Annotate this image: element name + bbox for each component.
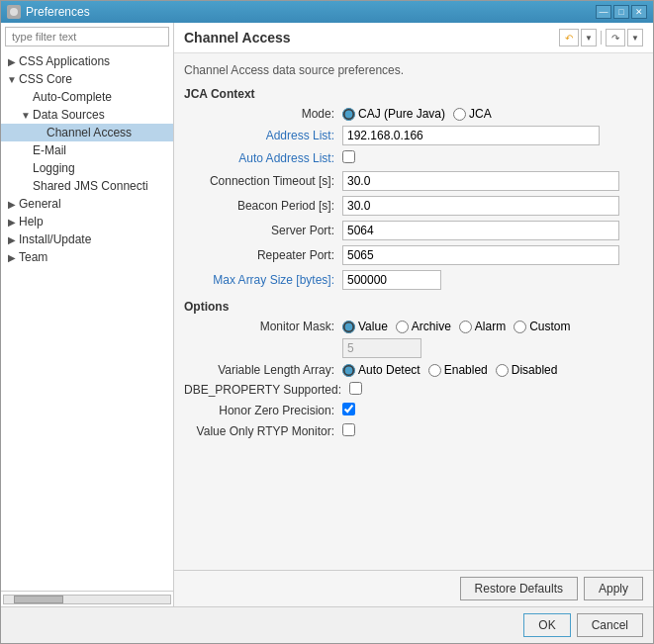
custom-value-row: [184, 338, 643, 358]
honor-zero-checkbox[interactable]: [342, 403, 355, 415]
sidebar-item-email[interactable]: E-Mail: [1, 141, 173, 159]
server-port-row: Server Port:: [184, 221, 643, 240]
main-body: Channel Access data source preferences. …: [174, 53, 653, 570]
connection-timeout-input[interactable]: [342, 171, 619, 191]
sidebar-item-label: Shared JMS Connecti: [33, 179, 169, 193]
max-array-label: Max Array Size [bytes]:: [184, 273, 342, 287]
sidebar-item-label: CSS Core: [19, 72, 169, 86]
maximize-button[interactable]: □: [613, 5, 629, 19]
address-list-label: Address List:: [184, 129, 342, 142]
toolbar: ↶ ▼ ↷ ▼: [559, 29, 643, 46]
monitor-custom-label: Custom: [529, 320, 570, 333]
tree-arrow: ▶: [5, 252, 19, 263]
address-list-input[interactable]: [342, 126, 600, 145]
sidebar-item-channel-access[interactable]: Channel Access: [1, 124, 173, 141]
monitor-value-radio[interactable]: [342, 321, 355, 333]
auto-address-checkbox[interactable]: [342, 150, 355, 163]
footer-buttons: OK Cancel: [523, 613, 643, 637]
monitor-mask-label: Monitor Mask:: [184, 320, 342, 333]
sidebar-item-label: E-Mail: [33, 143, 169, 157]
sidebar-item-help[interactable]: ▶ Help: [1, 213, 173, 230]
auto-address-control: [342, 150, 619, 166]
monitor-archive-label: Archive: [412, 320, 451, 333]
back-button[interactable]: ↶: [559, 29, 579, 46]
filter-input[interactable]: [5, 27, 169, 46]
sidebar-item-label: Channel Access: [47, 126, 169, 139]
variable-enabled-radio[interactable]: [428, 364, 441, 377]
close-button[interactable]: ✕: [631, 5, 647, 19]
mode-jca-option[interactable]: JCA: [453, 107, 492, 121]
sidebar-item-css-applications[interactable]: ▶ CSS Applications: [1, 52, 173, 70]
options-section: Options Monitor Mask: Value Archive: [184, 300, 643, 439]
mode-label: Mode:: [184, 107, 342, 121]
mode-jca-radio[interactable]: [453, 108, 466, 121]
monitor-value-option[interactable]: Value: [342, 320, 388, 333]
title-bar: Preferences — □ ✕: [1, 1, 653, 23]
sidebar-item-shared-jms[interactable]: Shared JMS Connecti: [1, 177, 173, 195]
monitor-alarm-option[interactable]: Alarm: [459, 320, 506, 333]
jca-context-title: JCA Context: [184, 87, 643, 101]
server-port-label: Server Port:: [184, 224, 342, 237]
value-only-label: Value Only RTYP Monitor:: [184, 424, 342, 438]
mode-caj-label: CAJ (Pure Java): [358, 107, 445, 121]
beacon-period-input[interactable]: [342, 196, 619, 216]
beacon-period-label: Beacon Period [s]:: [184, 199, 342, 213]
monitor-custom-radio[interactable]: [514, 321, 526, 333]
monitor-custom-option[interactable]: Custom: [514, 320, 570, 333]
sidebar-item-install-update[interactable]: ▶ Install/Update: [1, 230, 173, 248]
repeater-port-row: Repeater Port:: [184, 245, 643, 265]
honor-zero-label: Honor Zero Precision:: [184, 404, 342, 417]
dbe-property-control: [349, 382, 626, 398]
variable-enabled-label: Enabled: [444, 363, 488, 377]
sidebar-item-label: CSS Applications: [19, 54, 169, 68]
monitor-archive-radio[interactable]: [396, 321, 409, 333]
mode-caj-radio[interactable]: [342, 108, 355, 121]
connection-timeout-row: Connection Timeout [s]:: [184, 171, 643, 191]
monitor-alarm-radio[interactable]: [459, 321, 472, 333]
window-controls: — □ ✕: [596, 5, 647, 19]
sidebar-item-logging[interactable]: Logging: [1, 159, 173, 177]
connection-timeout-control: [342, 171, 619, 191]
sidebar-item-auto-complete[interactable]: Auto-Complete: [1, 88, 173, 106]
options-title: Options: [184, 300, 643, 314]
sidebar-item-data-sources[interactable]: ▼ Data Sources: [1, 106, 173, 124]
apply-button[interactable]: Apply: [584, 577, 643, 600]
sidebar-item-label: Data Sources: [33, 108, 169, 122]
max-array-input[interactable]: [342, 270, 441, 290]
value-only-row: Value Only RTYP Monitor:: [184, 423, 643, 439]
sidebar-item-general[interactable]: ▶ General: [1, 195, 173, 213]
window-title: Preferences: [26, 5, 596, 19]
jca-context-section: JCA Context Mode: CAJ (Pure Java) JCA: [184, 87, 643, 290]
sidebar-scrollbar[interactable]: [1, 591, 173, 606]
variable-auto-option[interactable]: Auto Detect: [342, 363, 420, 377]
ok-button[interactable]: OK: [523, 613, 570, 637]
monitor-archive-option[interactable]: Archive: [396, 320, 451, 333]
server-port-input[interactable]: [342, 221, 619, 240]
back-dropdown[interactable]: ▼: [581, 29, 597, 46]
variable-disabled-option[interactable]: Disabled: [496, 363, 558, 377]
mode-caj-option[interactable]: CAJ (Pure Java): [342, 107, 445, 121]
variable-auto-radio[interactable]: [342, 364, 355, 377]
variable-length-label: Variable Length Array:: [184, 363, 342, 377]
minimize-button[interactable]: —: [596, 5, 611, 19]
scrollbar-thumb[interactable]: [14, 596, 63, 603]
forward-dropdown[interactable]: ▼: [627, 29, 643, 46]
sidebar-item-css-core[interactable]: ▼ CSS Core: [1, 70, 173, 88]
custom-value-input: [342, 338, 421, 358]
dbe-property-checkbox[interactable]: [349, 382, 362, 395]
variable-disabled-radio[interactable]: [496, 364, 509, 377]
repeater-port-label: Repeater Port:: [184, 248, 342, 262]
tree-arrow: ▶: [5, 217, 19, 228]
variable-enabled-option[interactable]: Enabled: [428, 363, 488, 377]
sidebar-item-team[interactable]: ▶ Team: [1, 248, 173, 266]
main-content: ▶ CSS Applications ▼ CSS Core Auto-Compl…: [1, 23, 653, 606]
horizontal-scrollbar[interactable]: [3, 595, 171, 604]
variable-disabled-label: Disabled: [512, 363, 558, 377]
restore-defaults-button[interactable]: Restore Defaults: [460, 577, 578, 600]
main-header: Channel Access ↶ ▼ ↷ ▼: [174, 23, 653, 53]
cancel-button[interactable]: Cancel: [577, 613, 643, 637]
sidebar-item-label: Logging: [33, 161, 169, 175]
repeater-port-input[interactable]: [342, 245, 619, 265]
value-only-checkbox[interactable]: [342, 423, 355, 436]
forward-button[interactable]: ↷: [606, 29, 625, 46]
